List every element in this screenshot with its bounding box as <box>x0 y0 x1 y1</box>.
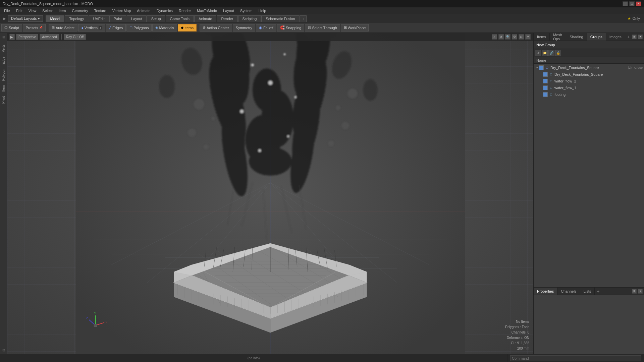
materials-btn[interactable]: ◈ Materials <box>152 24 177 32</box>
sidebar-icon-top[interactable]: ⊞ <box>1 34 6 40</box>
tree-expand-root[interactable]: ▾ <box>535 66 539 70</box>
action-center-btn[interactable]: ⊕ Action Center <box>200 24 232 32</box>
gp-eye-icon[interactable]: 👁 <box>535 50 541 56</box>
tree-item-4[interactable]: ▶ □ footing <box>534 91 644 98</box>
sidebar-tab-item[interactable]: Item <box>1 83 6 94</box>
menu-layout[interactable]: Layout <box>220 8 237 13</box>
right-tab-groups[interactable]: Groups <box>587 33 606 41</box>
maximize-btn[interactable]: □ <box>629 1 635 6</box>
command-input[interactable] <box>510 355 641 361</box>
vp-icon-menu[interactable]: ▾ <box>525 34 531 40</box>
gp-lock-icon[interactable]: 🔒 <box>555 50 561 56</box>
minimize-btn[interactable]: ─ <box>623 1 628 6</box>
menu-edit[interactable]: Edit <box>13 8 25 13</box>
sidebar-tab-pivot[interactable]: Pivot <box>1 94 6 106</box>
polygons-btn[interactable]: ◻ Polygons <box>126 24 152 32</box>
viewport-advanced-btn[interactable]: Advanced <box>40 34 59 40</box>
items-btn[interactable]: ◆ Items <box>178 24 197 32</box>
tab-uvedit[interactable]: UVEdit <box>89 15 109 22</box>
lr-icon-1[interactable]: ⊞ <box>632 289 637 294</box>
menu-system[interactable]: System <box>237 8 255 13</box>
workplane-btn[interactable]: ⊞ WorkPlane <box>341 24 369 32</box>
tab-setup[interactable]: Setup <box>147 15 165 22</box>
tab-scripting[interactable]: Scripting <box>238 15 261 22</box>
sculpt-btn[interactable]: ⬡ Sculpt <box>1 24 22 32</box>
right-tab-shading[interactable]: Shading <box>566 33 587 41</box>
lr-tab-lists[interactable]: Lists <box>580 288 595 295</box>
lr-tab-properties[interactable]: Properties <box>534 288 557 295</box>
tree-vis-root[interactable] <box>539 65 544 70</box>
menu-select[interactable]: Select <box>40 8 55 13</box>
right-panel-icon-1[interactable]: ⊞ <box>632 35 637 39</box>
gp-folder-icon[interactable]: 📁 <box>542 50 548 56</box>
tab-game-tools[interactable]: Game Tools <box>166 15 194 22</box>
right-tab-items[interactable]: Items <box>534 33 550 41</box>
menu-maxmodo[interactable]: MaxToModo <box>194 8 220 13</box>
vp-icon-expand[interactable]: ⊞ <box>519 34 524 40</box>
tree-item-1[interactable]: ▶ □ Dry_Deck_Fountains_Square <box>534 71 644 78</box>
vp-icon-refresh[interactable]: ↺ <box>498 34 504 40</box>
menu-render[interactable]: Render <box>176 8 194 13</box>
tab-topology[interactable]: Topology <box>65 15 88 22</box>
auto-select-btn[interactable]: ⊞ Auto Select <box>49 24 77 32</box>
tab-paint[interactable]: Paint <box>109 15 126 22</box>
lr-tab-plus[interactable]: + <box>595 288 601 295</box>
menu-bar: File Edit View Select Item Geometry Text… <box>0 7 644 14</box>
sidebar-icon-bottom[interactable]: ⊡ <box>1 347 6 353</box>
menu-texture[interactable]: Texture <box>92 8 109 13</box>
right-tab-plus[interactable]: + <box>625 34 632 40</box>
tree-expand-2[interactable]: ▶ <box>539 79 543 83</box>
tree-expand-4[interactable]: ▶ <box>539 93 543 97</box>
viewport[interactable]: X Y Z ▶ Perspective Advanced Ray GL: Off <box>7 33 533 354</box>
tree-item-2[interactable]: ▶ □ water_flow_2 <box>534 78 644 84</box>
right-panel-icon-2[interactable]: ▾ <box>638 35 643 39</box>
gp-link-icon[interactable]: 🔗 <box>548 50 554 56</box>
menu-view[interactable]: View <box>26 8 39 13</box>
tree-item-3[interactable]: ▶ □ water_flow_1 <box>534 84 644 91</box>
tab-schematic-fusion[interactable]: Schematic Fusion <box>261 15 299 22</box>
right-tab-mesh-ops[interactable]: Mesh Ops <box>550 33 566 41</box>
tree-vis-2[interactable] <box>543 79 548 83</box>
sidebar-tab-polygon[interactable]: Polygon <box>1 67 6 83</box>
tab-model[interactable]: Model <box>46 15 64 22</box>
tab-layout[interactable]: Layout <box>127 15 147 22</box>
select-through-btn[interactable]: ⊡ Select Through <box>305 24 340 32</box>
sidebar-tab-verts[interactable]: Verts <box>1 43 6 54</box>
title-bar-title: Dry_Deck_Fountains_Square_modo_base.lxo … <box>3 2 93 6</box>
viewport-expand-btn[interactable]: ▶ <box>9 34 15 40</box>
falloff-btn[interactable]: ◉ Falloff <box>256 24 276 32</box>
tab-animate[interactable]: Animate <box>194 15 216 22</box>
vertices-btn[interactable]: ● Vertices 3 <box>78 24 105 32</box>
snapping-btn[interactable]: 🧲 Snapping <box>277 24 305 32</box>
menu-file[interactable]: File <box>1 8 13 13</box>
menu-vertex-map[interactable]: Vertex Map <box>110 8 134 13</box>
vertices-count: 3 <box>99 26 102 29</box>
menu-geometry[interactable]: Geometry <box>69 8 91 13</box>
viewport-mode-btn[interactable]: Perspective <box>16 34 38 40</box>
menu-help[interactable]: Help <box>256 8 269 13</box>
menu-item[interactable]: Item <box>56 8 68 13</box>
vp-icon-settings[interactable]: ⚙ <box>512 34 517 40</box>
tab-render[interactable]: Render <box>217 15 237 22</box>
tree-expand-3[interactable]: ▶ <box>539 86 543 90</box>
menu-dynamics[interactable]: Dynamics <box>154 8 175 13</box>
presets-btn[interactable]: Presets 📌 <box>23 24 46 32</box>
viewport-raygl-btn[interactable]: Ray GL: Off <box>64 34 86 40</box>
menu-animate[interactable]: Animate <box>134 8 153 13</box>
tree-item-root[interactable]: ▾ ⬡ Dry_Deck_Fountains_Square (2) - Grou… <box>534 64 644 71</box>
default-layouts-btn[interactable]: Default Layouts ▾ <box>8 15 43 22</box>
symmetry-btn[interactable]: Symmetry <box>233 24 256 32</box>
tree-vis-3[interactable] <box>543 85 548 90</box>
tree-vis-4[interactable] <box>543 92 548 97</box>
tab-plus[interactable]: + <box>300 15 307 22</box>
vp-icon-home[interactable]: ⌂ <box>492 34 497 40</box>
right-tab-images[interactable]: Images <box>606 33 625 41</box>
lr-icon-2[interactable]: ▾ <box>638 289 643 294</box>
tree-vis-1[interactable] <box>543 72 548 77</box>
tree-expand-1[interactable]: ▶ <box>539 72 543 76</box>
close-btn[interactable]: ✕ <box>636 1 641 6</box>
sidebar-tab-edge[interactable]: Edge <box>1 55 6 66</box>
vp-icon-search[interactable]: 🔍 <box>505 34 511 40</box>
edges-btn[interactable]: ╱ Edges <box>106 24 126 32</box>
lr-tab-channels[interactable]: Channels <box>557 288 580 295</box>
